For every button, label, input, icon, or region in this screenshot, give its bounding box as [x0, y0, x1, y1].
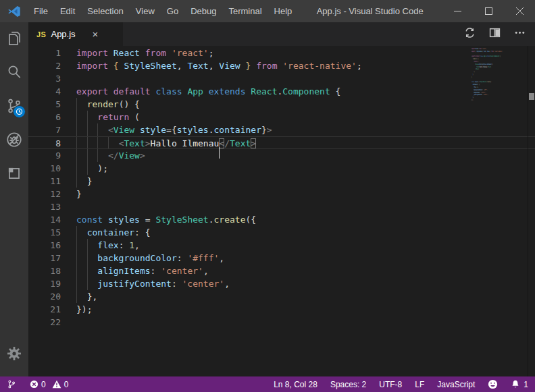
code-token [103, 215, 108, 225]
code-token: : { [134, 227, 150, 237]
code-line-3[interactable]: 3 [28, 72, 535, 85]
indent-guide [76, 175, 77, 188]
line-number: 21 [28, 303, 61, 316]
code-line-18[interactable]: 18 alignItems: 'center', [28, 264, 535, 277]
debug-icon[interactable] [0, 123, 28, 156]
menu-terminal[interactable]: Terminal [222, 0, 268, 22]
code-token: View [113, 125, 134, 135]
sync-changes-icon[interactable] [464, 27, 476, 41]
indent-guide [87, 264, 88, 277]
code-token [108, 61, 113, 71]
code-token: const [76, 215, 103, 225]
menu-bar: FileEditSelectionViewGoDebugTerminalHelp [28, 0, 298, 22]
code-line-9[interactable]: 9 </View> [28, 149, 535, 162]
status-indentation[interactable]: Spaces: 2 [330, 380, 366, 389]
minimize-button[interactable] [442, 0, 473, 22]
git-branch-icon[interactable] [7, 379, 16, 389]
line-number: 13 [28, 200, 61, 213]
code-token: > [478, 68, 479, 70]
code-token: > [251, 138, 256, 148]
tab-close-icon[interactable]: × [93, 29, 99, 39]
more-actions-icon[interactable] [514, 27, 526, 41]
status-encoding[interactable]: UTF-8 [379, 380, 402, 389]
tab-appjs[interactable]: JS App.js × [28, 22, 123, 46]
close-button[interactable] [504, 0, 535, 22]
activity-bar [0, 22, 28, 376]
source-control-icon[interactable] [0, 90, 28, 122]
menu-help[interactable]: Help [268, 0, 299, 22]
status-language-mode[interactable]: JavaScript [437, 380, 475, 389]
code-token: }, [76, 291, 97, 302]
code-line-7[interactable]: 7 <View style={styles.container}> [28, 123, 535, 136]
code-line-14[interactable]: 14const styles = StyleSheet.create({ [28, 213, 535, 226]
code-line-19[interactable]: 19 justifyContent: 'center', [28, 277, 535, 290]
search-icon[interactable] [0, 56, 28, 88]
line-content: } [76, 175, 535, 188]
notifications-indicator[interactable]: 1 [511, 379, 528, 389]
maximize-button[interactable] [473, 0, 504, 22]
code-token: 'react' [172, 48, 209, 58]
code-token: = [140, 215, 155, 225]
code-token [76, 125, 108, 135]
extensions-icon[interactable] [0, 157, 28, 190]
code-line-1[interactable]: 1import React from 'react'; [28, 47, 535, 59]
split-editor-icon[interactable] [489, 27, 501, 41]
code-line-4[interactable]: 4export default class App extends React.… [28, 85, 535, 98]
line-content: import React from 'react'; [76, 47, 535, 59]
code-token: , [134, 240, 140, 250]
code-line-10[interactable]: 10 ); [28, 162, 535, 175]
menu-edit[interactable]: Edit [54, 0, 81, 22]
line-number: 15 [28, 226, 61, 239]
status-cursor-position[interactable]: Ln 8, Col 28 [274, 380, 317, 389]
code-token: { [172, 125, 177, 135]
minimap[interactable]: import React from 'react';import { Style… [472, 48, 526, 105]
line-number: 22 [28, 316, 61, 329]
code-line-17[interactable]: 17 backgroundColor: '#fff', [28, 252, 535, 264]
indent-guide [76, 137, 77, 148]
menu-debug[interactable]: Debug [184, 0, 222, 22]
menu-selection[interactable]: Selection [81, 0, 129, 22]
code-line-15[interactable]: 15 container: { [28, 226, 535, 239]
explorer-icon[interactable] [0, 22, 28, 55]
menu-view[interactable]: View [130, 0, 161, 22]
status-left: 0 0 [7, 379, 68, 389]
indent-guide [87, 252, 88, 264]
code-line-6[interactable]: 6 return ( [28, 111, 535, 123]
code-token: backgroundColor [474, 89, 482, 91]
line-number: 20 [28, 290, 61, 303]
code-editor[interactable]: 1import React from 'react';2import { Sty… [28, 46, 535, 376]
code-token: () { [476, 58, 478, 60]
code-line-21[interactable]: 21}); [28, 303, 535, 316]
code-line-22[interactable]: 22 [28, 316, 535, 329]
code-token: App [187, 86, 203, 96]
code-line-12[interactable]: 12} [28, 188, 535, 200]
feedback-smiley-icon[interactable] [488, 379, 498, 389]
code-line-16[interactable]: 16 flex: 1, [28, 239, 535, 252]
status-eol[interactable]: LF [415, 380, 424, 389]
code-line-2[interactable]: 2import { StyleSheet, Text, View } from … [28, 59, 535, 72]
code-token: { [499, 55, 501, 57]
code-token: } [261, 125, 267, 135]
code-line-8[interactable]: 8 <Text>Hallo Ilmenau</Text> [28, 136, 535, 149]
menu-go[interactable]: Go [161, 0, 184, 22]
code-line-13[interactable]: 13 [28, 200, 535, 213]
code-line-20[interactable]: 20 }, [28, 290, 535, 303]
menu-file[interactable]: File [28, 0, 54, 22]
line-content: render() { [76, 98, 535, 111]
scm-sync-clock-badge [13, 105, 26, 118]
line-content: return ( [76, 111, 535, 123]
problems-indicator[interactable]: 0 0 [30, 380, 68, 389]
code-line-5[interactable]: 5 render() { [28, 98, 535, 111]
code-line-11[interactable]: 11 } [28, 175, 535, 188]
line-content: export default class App extends React.C… [76, 85, 535, 98]
code-token: styles [108, 215, 140, 225]
code-token: }, [472, 96, 474, 99]
manage-gear-icon[interactable] [0, 337, 28, 370]
code-token: > [145, 138, 151, 148]
line-number: 9 [28, 149, 61, 162]
indent-guide [76, 264, 77, 277]
editor-actions [464, 22, 535, 46]
indent-guide [76, 290, 77, 303]
line-content: backgroundColor: '#fff', [76, 252, 535, 264]
code-token: 'react-native' [494, 51, 503, 53]
